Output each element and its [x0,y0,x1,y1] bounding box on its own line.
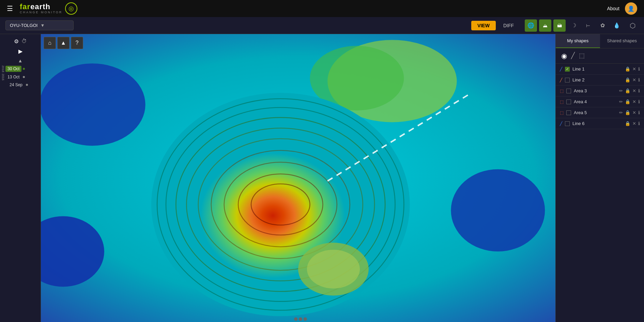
line2-delete[interactable]: ✕ [632,77,636,82]
date-30oct[interactable]: 30 Oct [5,66,21,72]
timeline: 2018 30 Oct 2016 13 Oct 24 Sep [0,65,41,89]
area3-edit[interactable]: ✏ [619,88,623,93]
area4-name: Area 4 [574,99,616,104]
pin-icon[interactable]: ⊢ [582,19,594,32]
area3-info[interactable]: ℹ [638,88,640,93]
line1-name: Line 1 [572,66,622,72]
area4-delete[interactable]: ✕ [632,99,636,104]
moon-icon[interactable]: ☽ [568,19,580,32]
area3-actions: ✏ 🔒 ✕ ℹ [619,88,640,93]
dot-24sep [26,84,28,86]
line2-name: Line 2 [572,77,622,82]
area4-info[interactable]: ℹ [638,99,640,104]
line6-checkbox[interactable] [565,121,570,126]
area3-delete[interactable]: ✕ [632,88,636,93]
area5-info[interactable]: ℹ [638,110,640,115]
mountain-icon[interactable]: ⛰ [539,19,551,32]
sidebar-top-icons: ⚙ ⏱ [14,37,27,46]
globe-icon[interactable]: 🌐 [525,19,537,32]
user-avatar[interactable]: 👤 [625,2,637,15]
point-draw-tool[interactable]: ◉ [561,52,567,60]
polygon-draw-tool[interactable]: ⬚ [579,52,585,60]
area3-lock[interactable]: 🔒 [625,88,630,93]
tab-my-shapes[interactable]: My shapes [556,34,600,48]
dot-30oct [23,68,25,70]
area5-name: Area 5 [574,110,616,115]
area4-lock[interactable]: 🔒 [625,99,630,104]
logo-subtitle: CHANGE MONITOR [20,11,62,14]
line6-lock[interactable]: 🔒 [625,121,630,126]
area5-checkbox[interactable] [566,110,571,115]
hamburger-menu[interactable]: ☰ [7,4,13,13]
about-link[interactable]: About [607,6,619,11]
share-icon[interactable]: ⬡ [626,19,639,32]
logo-icon [65,2,77,15]
terrain-icon[interactable]: 🏔 [553,19,566,32]
logo-text: farearth [20,3,62,11]
shape-item-line6: ╱ Line 6 🔒 ✕ ℹ [556,118,644,129]
logo: farearth CHANGE MONITOR [20,2,77,15]
line2-color-icon: ╱ [560,78,562,82]
collapse-up[interactable]: ▲ [18,58,23,63]
area3-color-icon: ⬚ [560,89,564,93]
svg-point-17 [307,250,360,289]
area3-name: Area 3 [574,88,616,93]
dot-13oct [23,76,25,78]
shape-item-area3: ⬚ Area 3 ✏ 🔒 ✕ ℹ [556,86,644,96]
line6-info[interactable]: ℹ [638,121,640,126]
area5-color-icon: ⬚ [560,110,564,115]
line1-checkbox[interactable]: ✓ [565,67,570,72]
line2-info[interactable]: ℹ [638,77,640,82]
time-icon[interactable]: ⏱ [21,38,27,45]
area5-edit[interactable]: ✏ [619,110,623,115]
line1-lock[interactable]: 🔒 [625,66,630,72]
area4-checkbox[interactable] [566,99,571,104]
tab-shared-shapes[interactable]: Shared shapes [600,34,644,48]
line2-checkbox[interactable] [565,78,570,82]
line6-actions: 🔒 ✕ ℹ [625,121,640,126]
heatmap-container [41,34,555,322]
line6-delete[interactable]: ✕ [632,121,636,126]
line1-info[interactable]: ℹ [638,66,640,72]
area4-edit[interactable]: ✏ [619,99,623,104]
date-24sep[interactable]: 24 Sep [7,82,25,88]
line2-lock[interactable]: 🔒 [625,77,630,82]
line1-color-icon: ╱ [560,67,562,72]
filter-icon[interactable]: ⚙ [14,38,19,45]
view-button[interactable]: VIEW [471,21,496,30]
timeline-row-2016sep24: 24 Sep [1,82,39,88]
top-nav: ☰ farearth CHANGE MONITOR About 👤 [0,0,644,17]
help-button[interactable]: ? [71,37,83,49]
timeline-row-2016oct13: 2016 13 Oct [1,74,39,80]
drop-icon[interactable]: 💧 [611,19,623,32]
panel-tabs: My shapes Shared shapes [556,34,644,48]
area5-lock[interactable]: 🔒 [625,110,630,115]
play-button[interactable]: ▶ [16,46,25,57]
svg-point-23 [299,317,302,321]
area3-checkbox[interactable] [566,89,571,93]
line-draw-tool[interactable]: ╱ [571,52,575,60]
year-2016a: 2016 [1,74,5,80]
date-13oct[interactable]: 13 Oct [5,74,21,80]
flower-icon[interactable]: ✿ [596,19,609,32]
area5-actions: ✏ 🔒 ✕ ℹ [619,110,640,115]
north-button[interactable]: ▲ [57,37,70,49]
shape-item-line2: ╱ Line 2 🔒 ✕ ℹ [556,75,644,86]
site-name: OYU-TOLGOI [10,23,37,28]
area4-color-icon: ⬚ [560,99,564,104]
svg-point-1 [41,63,145,145]
map-area[interactable]: ⌂ ▲ ? [41,34,555,322]
svg-point-22 [294,317,297,321]
year-2018: 2018 [1,65,5,72]
site-selector[interactable]: OYU-TOLGOI ▼ [5,20,74,30]
toolbar-icons: 🌐 ⛰ 🏔 ☽ ⊢ ✿ 💧 [525,19,623,32]
site-selector-arrow: ▼ [40,23,45,28]
diff-button[interactable]: DIFF [499,21,518,30]
shape-item-line1: ╱ ✓ Line 1 🔒 ✕ ℹ [556,64,644,75]
area5-delete[interactable]: ✕ [632,110,636,115]
right-panel-lower-area [556,254,644,322]
line1-delete[interactable]: ✕ [632,66,636,72]
shape-item-area4: ⬚ Area 4 ✏ 🔒 ✕ ℹ [556,96,644,107]
home-button[interactable]: ⌂ [44,37,56,49]
svg-point-24 [304,317,307,321]
